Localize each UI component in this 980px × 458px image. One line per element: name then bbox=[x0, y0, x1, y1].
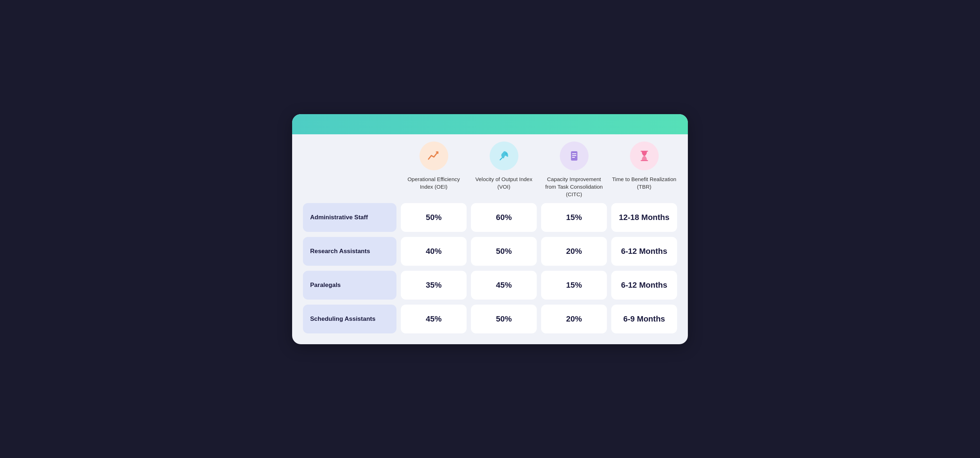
row-label-0: Administrative Staff bbox=[303, 203, 396, 232]
oei-icon bbox=[420, 142, 448, 170]
cell-citc-3: 20% bbox=[541, 305, 607, 334]
cell-voi-1: 50% bbox=[471, 237, 537, 266]
voi-icon bbox=[490, 142, 519, 170]
citc-icon bbox=[560, 142, 589, 170]
table-row: Paralegals35%45%15%6-12 Months bbox=[303, 271, 677, 300]
row-label-1: Research Assistants bbox=[303, 237, 396, 266]
cell-oei-0: 50% bbox=[401, 203, 467, 232]
cell-voi-3: 50% bbox=[471, 305, 537, 334]
tbr-icon bbox=[630, 142, 659, 170]
col-header-citc: Capacity Improvement from Task Consolida… bbox=[541, 142, 607, 198]
cell-citc-1: 20% bbox=[541, 237, 607, 266]
row-label-3: Scheduling Assistants bbox=[303, 305, 396, 334]
col-header-label-oei: Operational Efficiency Index (OEI) bbox=[401, 176, 467, 190]
column-headers: Operational Efficiency Index (OEI) Veloc… bbox=[303, 142, 677, 198]
col-header-tbr: Time to Benefit Realization (TBR) bbox=[611, 142, 677, 198]
svg-point-0 bbox=[505, 153, 507, 155]
table-wrapper: Operational Efficiency Index (OEI) Veloc… bbox=[292, 134, 688, 344]
cell-tbr-0: 12-18 Months bbox=[611, 203, 677, 232]
cell-tbr-1: 6-12 Months bbox=[611, 237, 677, 266]
cell-citc-0: 15% bbox=[541, 203, 607, 232]
row-label-2: Paralegals bbox=[303, 271, 396, 300]
cell-oei-3: 45% bbox=[401, 305, 467, 334]
col-header-label-tbr: Time to Benefit Realization (TBR) bbox=[611, 176, 677, 190]
cell-tbr-3: 6-9 Months bbox=[611, 305, 677, 334]
data-rows: Administrative Staff50%60%15%12-18 Month… bbox=[303, 203, 677, 334]
cell-oei-2: 35% bbox=[401, 271, 467, 300]
cell-voi-2: 45% bbox=[471, 271, 537, 300]
cell-citc-2: 15% bbox=[541, 271, 607, 300]
cell-voi-0: 60% bbox=[471, 203, 537, 232]
table-row: Administrative Staff50%60%15%12-18 Month… bbox=[303, 203, 677, 232]
col-header-oei: Operational Efficiency Index (OEI) bbox=[401, 142, 467, 198]
main-card: Operational Efficiency Index (OEI) Veloc… bbox=[292, 114, 688, 344]
table-row: Research Assistants40%50%20%6-12 Months bbox=[303, 237, 677, 266]
col-header-label-citc: Capacity Improvement from Task Consolida… bbox=[541, 176, 607, 198]
col-header-voi: Velocity of Output Index (VOI) bbox=[471, 142, 537, 198]
table-row: Scheduling Assistants45%50%20%6-9 Months bbox=[303, 305, 677, 334]
header bbox=[292, 114, 688, 134]
col-header-label-voi: Velocity of Output Index (VOI) bbox=[471, 176, 537, 190]
cell-oei-1: 40% bbox=[401, 237, 467, 266]
cell-tbr-2: 6-12 Months bbox=[611, 271, 677, 300]
col-header-spacer bbox=[303, 142, 396, 198]
